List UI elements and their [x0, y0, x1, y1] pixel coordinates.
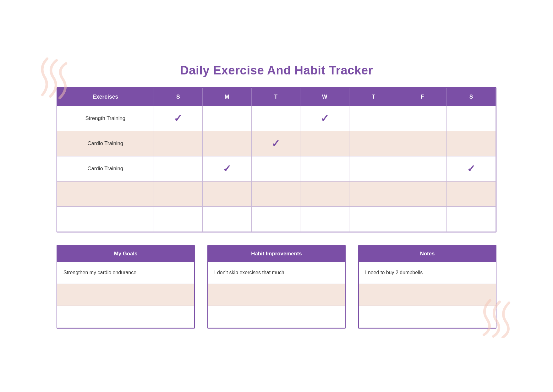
- checkmark-icon: ✓: [174, 113, 182, 124]
- header-fri: F: [398, 88, 446, 106]
- exercise-name: Strength Training: [57, 106, 154, 131]
- exercise-name: [57, 206, 154, 231]
- day-cell: [447, 106, 496, 131]
- day-cell: [398, 131, 446, 156]
- day-cell: [349, 106, 398, 131]
- day-cell: [154, 206, 202, 231]
- day-cell: [300, 181, 349, 206]
- day-cell: [447, 131, 496, 156]
- tracker-table-wrapper: Exercises S M T W T F S Strength Trainin…: [57, 87, 496, 232]
- day-cell: [154, 156, 202, 181]
- header-tue: T: [251, 88, 300, 106]
- table-header-row: Exercises S M T W T F S: [57, 88, 496, 106]
- improvements-row-1: I don't skip exercises that much: [208, 262, 345, 284]
- checkmark-icon: ✓: [271, 138, 280, 149]
- day-cell: [300, 156, 349, 181]
- goals-row-3: [57, 306, 194, 328]
- goals-header: My Goals: [57, 246, 194, 262]
- improvements-card: Habit Improvements I don't skip exercise…: [207, 245, 346, 329]
- table-row: Cardio Training✓✓: [57, 156, 496, 181]
- exercise-name: Cardio Training: [57, 131, 154, 156]
- day-cell: [203, 206, 251, 231]
- day-cell: [398, 156, 446, 181]
- goals-row-1: Strengthen my cardio endurance: [57, 262, 194, 284]
- day-cell: ✓: [203, 156, 251, 181]
- checkmark-icon: ✓: [223, 163, 231, 174]
- header-wed: W: [300, 88, 349, 106]
- bottom-section: My Goals Strengthen my cardio endurance …: [57, 245, 496, 329]
- header-thu: T: [349, 88, 398, 106]
- header-mon: M: [203, 88, 251, 106]
- day-cell: [251, 156, 300, 181]
- day-cell: [447, 181, 496, 206]
- notes-row-1: I need to buy 2 dumbbells: [359, 262, 496, 284]
- day-cell: [203, 131, 251, 156]
- table-row: Cardio Training✓: [57, 131, 496, 156]
- day-cell: [251, 181, 300, 206]
- day-cell: [300, 206, 349, 231]
- day-cell: [251, 206, 300, 231]
- goals-card: My Goals Strengthen my cardio endurance: [57, 245, 195, 329]
- notes-header: Notes: [359, 246, 496, 262]
- deco-bottom-right: [474, 294, 515, 338]
- improvements-row-3: [208, 306, 345, 328]
- day-cell: [154, 181, 202, 206]
- page-wrapper: Daily Exercise And Habit Tracker Exercis…: [57, 63, 496, 329]
- day-cell: [349, 131, 398, 156]
- day-cell: [203, 181, 251, 206]
- table-row: [57, 181, 496, 206]
- table-row: [57, 206, 496, 231]
- table-row: Strength Training✓✓: [57, 106, 496, 131]
- tracker-table: Exercises S M T W T F S Strength Trainin…: [57, 88, 496, 232]
- day-cell: [447, 206, 496, 231]
- day-cell: ✓: [154, 106, 202, 131]
- exercise-name: Cardio Training: [57, 156, 154, 181]
- day-cell: [300, 131, 349, 156]
- day-cell: ✓: [447, 156, 496, 181]
- checkmark-icon: ✓: [320, 113, 329, 124]
- day-cell: [398, 106, 446, 131]
- exercise-name: [57, 181, 154, 206]
- day-cell: [349, 181, 398, 206]
- goals-row-2: [57, 284, 194, 306]
- page-title: Daily Exercise And Habit Tracker: [57, 63, 496, 77]
- header-sat: S: [447, 88, 496, 106]
- checkmark-icon: ✓: [467, 163, 475, 174]
- day-cell: ✓: [251, 131, 300, 156]
- day-cell: [398, 206, 446, 231]
- deco-top-left: [38, 57, 75, 107]
- improvements-header: Habit Improvements: [208, 246, 345, 262]
- day-cell: ✓: [300, 106, 349, 131]
- day-cell: [398, 181, 446, 206]
- day-cell: [349, 156, 398, 181]
- day-cell: [154, 131, 202, 156]
- header-sun1: S: [154, 88, 202, 106]
- day-cell: [251, 106, 300, 131]
- day-cell: [203, 106, 251, 131]
- day-cell: [349, 206, 398, 231]
- improvements-row-2: [208, 284, 345, 306]
